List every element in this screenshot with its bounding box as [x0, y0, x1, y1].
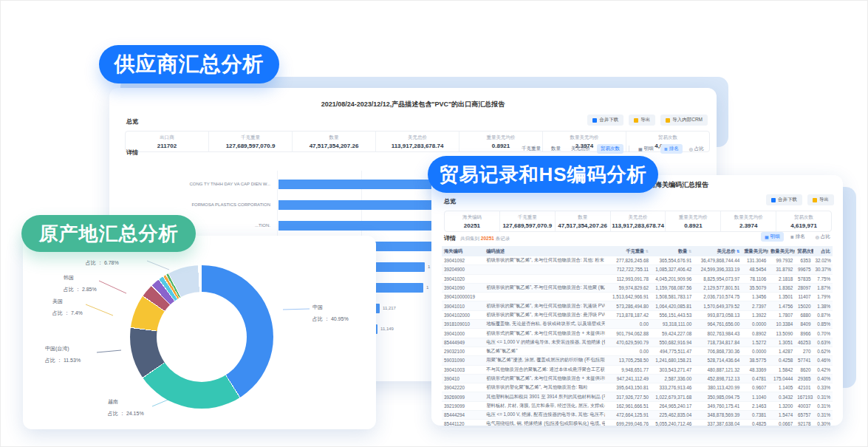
- table-row[interactable]: 39041020112,993,091.784,045,201,909.968,…: [442, 274, 833, 283]
- proportion-view-icon: ◎: [689, 146, 693, 151]
- value-cell: 1.7807: [768, 310, 795, 319]
- column-header-美元总价[interactable]: 美元总价 ⇅: [694, 246, 742, 256]
- table-row[interactable]: 39269099其他塑料制品和税目 3901 至 3914 所列的其他材料制品 …: [442, 392, 833, 401]
- tab-数量[interactable]: 数量: [547, 144, 564, 154]
- export-button[interactable]: 导出: [807, 194, 834, 205]
- value-cell: 0.4825: [742, 420, 768, 429]
- origin-analysis-badge: 原产地汇总分析: [21, 215, 196, 252]
- description-cell: 初级形状的聚"氯乙烯", 未与任何其他物质混合: 其他: 粉末: [484, 256, 605, 265]
- value-cell: 59,974,829.62: [605, 283, 651, 292]
- column-header-贸易次数[interactable]: 贸易次数 ⇅: [795, 246, 813, 256]
- value-cell: 1.5272: [742, 338, 768, 347]
- value-cell: 1.4287: [768, 347, 795, 355]
- button-label: 合并下载: [778, 197, 797, 203]
- table-row[interactable]: 39204900712,722,755.111,085,327,406.4224…: [442, 265, 833, 274]
- value-cell: 550,682,916.94: [651, 338, 694, 347]
- stat-label: 数量: [293, 134, 375, 141]
- hs-code-cell: 59031090: [442, 356, 484, 365]
- value-cell: 0.0000: [742, 320, 768, 329]
- column-header-数量[interactable]: 数量 ⇅: [651, 246, 694, 256]
- hs-code-cell: 390410000019: [442, 293, 484, 301]
- ranking-view-icon: ≣: [790, 234, 794, 239]
- hs-code-cell: 39269099: [442, 392, 484, 401]
- slice-name-label: 越南: [108, 398, 118, 406]
- description-cell: 初级形状的聚"氯乙烯", 不与任何其他物质混合: 其他聚 (氯乙烯) , ...: [484, 283, 605, 292]
- value-cell: 57741: [795, 356, 813, 365]
- value-cell: 78.1106: [742, 274, 768, 283]
- hs-code-cell: 39041000: [442, 329, 484, 338]
- table-row[interactable]: 85441120电气用绕组线, 铜, 绝缘绝缘 (包括漆包或阳极氧化) 电缆, …: [442, 420, 833, 429]
- tab-label: 数量: [551, 146, 561, 152]
- tab-排名[interactable]: ≣排名: [787, 232, 809, 242]
- description-cell: 电气用绕组线, 铜, 绝缘绝缘 (包括漆包或阳极氧化) 电缆, 电线 (包...: [484, 420, 605, 429]
- trade-hs-report-card: 的海关编码汇总报告 总览 合并下载导出 海关编码20251千克重量127,689…: [431, 175, 843, 426]
- value-cell: 349,760,175.41: [694, 401, 742, 410]
- table-row[interactable]: 39041003不与其他物质混合的聚氯乙烯: 通过本体或悬浮聚合工艺获得的聚氯乙…: [442, 365, 833, 374]
- value-cell: 35.5079: [742, 283, 768, 292]
- proportion-view-icon: ◎: [816, 234, 819, 239]
- hs-code-cell: 390410: [442, 374, 484, 383]
- value-cell: 0.85%: [813, 320, 833, 329]
- table-row[interactable]: 39219099塑料板材, 片材, 薄膜, 箔片和条带, 经过强化, 层压, 支…: [442, 401, 833, 410]
- tab-排名[interactable]: ≣排名: [660, 144, 683, 154]
- record-count: 20251: [481, 236, 494, 241]
- tab-占比[interactable]: ◎占比: [812, 232, 834, 242]
- value-cell: 0.31%: [813, 411, 833, 420]
- tab-美元总价[interactable]: 美元总价: [567, 144, 594, 154]
- bar-category-label: CONG TY TNHH DAY VA CAP DIEN W...: [112, 180, 270, 189]
- value-cell: 0.3432: [768, 392, 795, 401]
- bar-value-label: 1: [428, 262, 430, 272]
- value-cell: 337,387,638.04: [694, 420, 742, 429]
- tab-明细[interactable]: ▦明细: [761, 232, 784, 242]
- stat-value: 47,517,354,207.26: [293, 143, 375, 149]
- hs-code-cell: 3918109010: [442, 320, 484, 329]
- table-row[interactable]: 3918109010地板覆盖物, 无论是否自粘, 卷状或砖块形式, 以及墙壁或天…: [442, 320, 833, 329]
- table-row[interactable]: 85444949电压 <= 1,000 V 的绝缘电导体, 未安装连接器, 其他…: [442, 338, 833, 347]
- table-header: 海关编码编码描述千克重量 ⇅数量 ⇅美元总价 ⇅重量美元均价数量美元均价贸易次数…: [442, 246, 833, 256]
- export-button[interactable]: 导出: [629, 115, 655, 126]
- hs-code-cell: 39041010: [442, 301, 484, 310]
- value-cell: 0.00: [605, 347, 651, 355]
- table-row[interactable]: 39041090初级形状的聚"氯乙烯", 不与任何其他物质混合: 其他聚 (氯乙…: [442, 283, 833, 292]
- column-header-海关编码: 海关编码: [442, 246, 484, 256]
- stat-value: 2.3974: [721, 222, 776, 229]
- value-cell: 162,961,666.51: [605, 401, 651, 410]
- value-cell: 1.1405: [768, 383, 795, 392]
- table-row[interactable]: 3904100000191,513,642,966.911,508,581,78…: [442, 293, 833, 301]
- value-cell: 317,926,727.50: [605, 392, 651, 401]
- merge-download-icon: [592, 118, 597, 123]
- value-cell: 7.75%: [813, 274, 833, 283]
- value-cell: 1.4756: [768, 301, 795, 310]
- value-cell: 2,587,336.00: [651, 374, 694, 383]
- table-row[interactable]: 39041092初级形状的聚"氯乙烯", 未与任何其他物质混合: 其他: 粉末2…: [442, 256, 833, 265]
- tab-千克重量[interactable]: 千克重量: [518, 144, 544, 154]
- value-cell: 29365: [795, 374, 813, 383]
- table-row[interactable]: 59031090用聚"氯乙烯"浸渍, 涂层, 覆盖或层压的纺织织物 (不包括用聚…: [442, 356, 833, 365]
- table-row[interactable]: 85444294电压 <= 1,000 V, 绝缘, 配有连接器的电导体, 其他…: [442, 411, 833, 420]
- tab-贸易次数[interactable]: 贸易次数: [597, 144, 623, 154]
- merge-download-button[interactable]: 合并下载: [587, 115, 623, 126]
- table-row[interactable]: 39042220初级形状的塑化聚"氯乙烯", 与其他物质混合: 颗粒395,64…: [442, 383, 833, 392]
- value-cell: 1.3051: [768, 338, 795, 347]
- origin-donut-chart[interactable]: [130, 265, 273, 409]
- value-cell: 0.70%: [813, 329, 833, 338]
- merge-download-button[interactable]: 合并下载: [766, 194, 802, 205]
- value-cell: 38.5775: [742, 356, 768, 365]
- tab-占比[interactable]: ◎占比: [686, 144, 708, 154]
- table-row[interactable]: 39041010初级形状的聚"氯乙烯", 未与任何其他物质混合: 乳液级 PVC…: [442, 301, 833, 310]
- stat-label: 数量美元均价: [543, 134, 626, 141]
- tab-明细[interactable]: ▦明细: [635, 144, 657, 154]
- import-crm-button[interactable]: 导入内部CRM: [660, 115, 708, 126]
- table-row[interactable]: 390410初级形式的聚"氯乙烯", 未与任何其他物质混合 + 未提供详细标准 …: [442, 374, 833, 383]
- value-cell: 167193: [795, 392, 813, 401]
- table-row[interactable]: 39041000初级形式的聚"氯乙烯", 未与任何其他物质混合 + 未提供详细标…: [442, 329, 833, 338]
- button-label: 导出: [819, 197, 829, 203]
- table-row[interactable]: 3904102000初级形状的聚"氯乙烯", 未与任何其他物质混合: 悬浮级 P…: [442, 310, 833, 319]
- stat-美元总价: 美元总价113,917,283,678.74: [610, 211, 666, 231]
- value-cell: 1.3501: [768, 293, 795, 301]
- stat-value: 4,619,971: [776, 222, 831, 229]
- stat-label: 千克重量: [209, 134, 292, 141]
- column-header-千克重量[interactable]: 千克重量 ⇅: [605, 246, 651, 256]
- table-row[interactable]: 29032100氯乙烯"氯乙烯"0.00494,775,511.47706,86…: [442, 347, 833, 355]
- stat-label: 贸易次数: [626, 134, 709, 141]
